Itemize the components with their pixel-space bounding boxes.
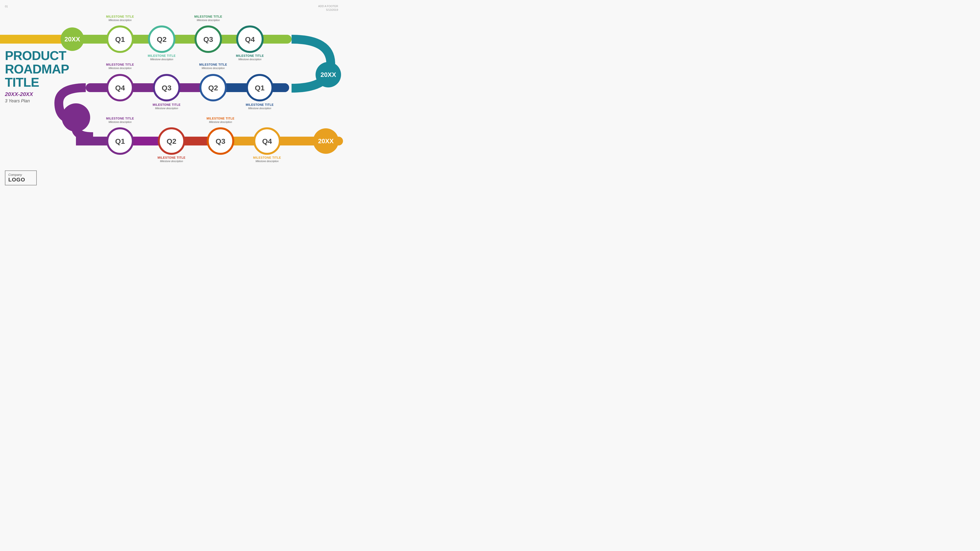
svg-text:MILESTONE TITLE: MILESTONE TITLE — [194, 15, 222, 18]
svg-text:Milestone description: Milestone description — [108, 67, 132, 70]
svg-rect-0 — [0, 35, 66, 44]
svg-text:Milestone description: Milestone description — [209, 121, 232, 124]
svg-text:Q4: Q4 — [262, 137, 272, 145]
svg-text:Milestone description: Milestone description — [248, 107, 271, 110]
svg-text:20XX: 20XX — [64, 35, 80, 43]
svg-text:Milestone description: Milestone description — [256, 160, 278, 163]
svg-text:Milestone description: Milestone description — [108, 121, 132, 124]
svg-text:Milestone description: Milestone description — [155, 107, 178, 110]
svg-text:Q3: Q3 — [162, 84, 172, 92]
svg-text:Q2: Q2 — [157, 35, 167, 43]
svg-text:Milestone description: Milestone description — [150, 58, 173, 61]
svg-text:MILESTONE TITLE: MILESTONE TITLE — [106, 15, 134, 18]
svg-text:Milestone description: Milestone description — [239, 58, 261, 61]
svg-text:Q4: Q4 — [245, 35, 255, 43]
svg-text:Q1: Q1 — [115, 137, 125, 145]
svg-text:MILESTONE TITLE: MILESTONE TITLE — [236, 54, 264, 57]
svg-text:MILESTONE TITLE: MILESTONE TITLE — [158, 156, 186, 159]
svg-text:Milestone description: Milestone description — [197, 19, 220, 22]
svg-text:MILESTONE TITLE: MILESTONE TITLE — [253, 156, 281, 159]
svg-text:MILESTONE TITLE: MILESTONE TITLE — [207, 117, 234, 120]
svg-text:MILESTONE TITLE: MILESTONE TITLE — [246, 103, 274, 106]
svg-text:Q2: Q2 — [208, 84, 218, 92]
svg-text:Q4: Q4 — [115, 84, 125, 92]
svg-text:20XX: 20XX — [318, 137, 334, 145]
svg-text:Q1: Q1 — [115, 35, 125, 43]
svg-text:Q3: Q3 — [204, 35, 213, 43]
svg-text:Milestone description: Milestone description — [160, 160, 183, 163]
svg-text:MILESTONE TITLE: MILESTONE TITLE — [106, 63, 134, 67]
svg-text:Q2: Q2 — [167, 137, 177, 145]
svg-text:20XX: 20XX — [320, 71, 336, 78]
svg-text:Q3: Q3 — [216, 137, 225, 145]
svg-text:MILESTONE TITLE: MILESTONE TITLE — [106, 117, 134, 120]
svg-text:MILESTONE TITLE: MILESTONE TITLE — [153, 103, 181, 106]
svg-text:Q1: Q1 — [255, 84, 265, 92]
svg-text:Milestone description: Milestone description — [202, 67, 225, 70]
svg-text:MILESTONE TITLE: MILESTONE TITLE — [148, 54, 176, 57]
svg-text:Milestone description: Milestone description — [108, 19, 132, 22]
svg-text:MILESTONE TITLE: MILESTONE TITLE — [199, 63, 227, 67]
